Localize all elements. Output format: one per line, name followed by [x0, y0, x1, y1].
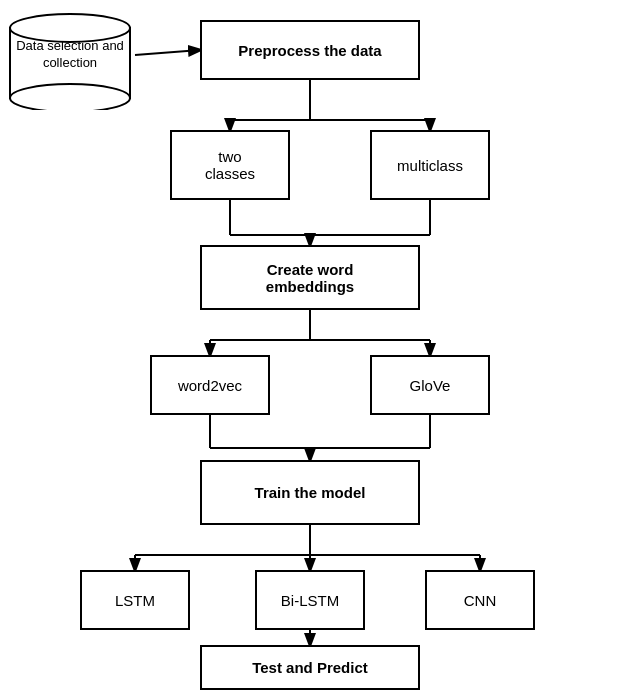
word2vec-node: word2vec [150, 355, 270, 415]
multiclass-node: multiclass [370, 130, 490, 200]
train-model-node: Train the model [200, 460, 420, 525]
bi-lstm-node: Bi-LSTM [255, 570, 365, 630]
two-classes-node: two classes [170, 130, 290, 200]
flowchart-diagram: Data selection and collection Preprocess… [0, 0, 633, 694]
preprocess-node: Preprocess the data [200, 20, 420, 80]
glove-node: GloVe [370, 355, 490, 415]
lstm-node: LSTM [80, 570, 190, 630]
svg-line-0 [135, 50, 200, 55]
svg-point-30 [10, 84, 130, 110]
data-source-cylinder: Data selection and collection [5, 10, 135, 110]
cnn-node: CNN [425, 570, 535, 630]
test-predict-node: Test and Predict [200, 645, 420, 690]
word-embeddings-node: Create word embeddings [200, 245, 420, 310]
